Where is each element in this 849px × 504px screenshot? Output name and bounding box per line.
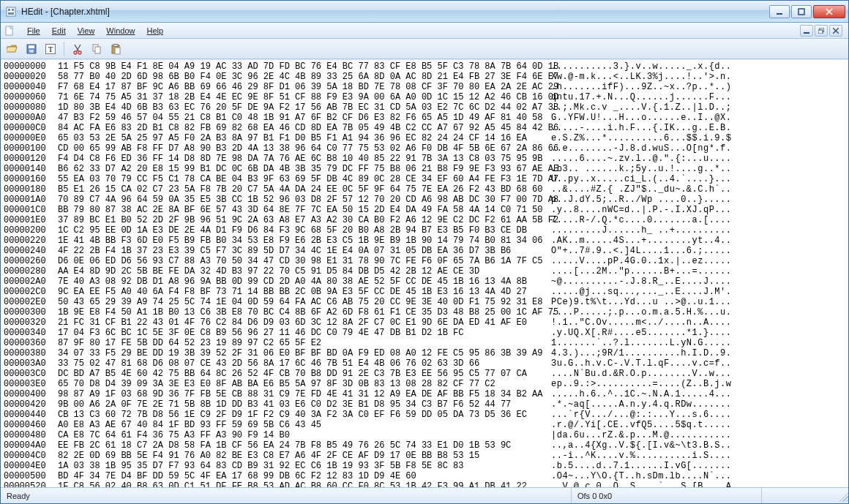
offset-cell: 000002E0 xyxy=(4,297,56,307)
hex-view[interactable]: 0000000011 F5 C8 9B E4 F1 8E 04 A9 19 AC… xyxy=(1,59,848,487)
cut-button[interactable] xyxy=(69,41,86,57)
ascii-cell: ....N`Bu.d.&R.O.p........V..w... xyxy=(545,369,731,379)
hex-bytes-cell: 50 43 65 29 39 A9 74 25 5C 74 1E 04 0D 5… xyxy=(56,297,545,307)
offset-cell: 00000180 xyxy=(4,184,56,195)
hex-bytes-cell: 98 87 A9 1F 03 68 9D 36 7F FB 5E CB 88 3… xyxy=(56,389,545,399)
offset-cell: 000004E0 xyxy=(4,461,56,471)
hex-bytes-cell: 1F C8 56 02 40 B8 63 0D C1 51 DF FE B8 5… xyxy=(56,481,545,487)
offset-cell: 00000000 xyxy=(4,61,56,72)
menu-help[interactable]: Help xyxy=(141,25,169,37)
app-icon xyxy=(5,6,17,18)
ascii-cell: ..-i..^K....v.%..........i.S.... xyxy=(545,451,731,461)
offset-cell: 00000320 xyxy=(4,317,56,328)
ascii-cell: ..;.Mk.c.v _....V.{.1.Z..|l.D..; xyxy=(545,102,731,113)
copy-button[interactable] xyxy=(88,41,105,57)
hex-bytes-cell: 17 04 F3 6C BC 1C 5E 3F 0E C8 B9 56 96 2… xyxy=(56,328,545,338)
text-mode-button[interactable]: T xyxy=(42,41,59,57)
hex-row: 000002001C C2 95 EE 0D 1A E3 DE 2E 4A D1… xyxy=(4,225,845,236)
hex-bytes-cell: 33 75 02 47 81 68 D6 08 07 CE 43 2D 56 8… xyxy=(56,358,545,369)
ascii-cell: U..py..x.....ci_L.(..4.`....}... xyxy=(545,174,731,184)
offset-cell: 000004C0 xyxy=(4,451,56,461)
menu-window[interactable]: Window xyxy=(100,25,141,37)
offset-cell: 000001C0 xyxy=(4,205,56,215)
offset-cell: 00000360 xyxy=(4,338,56,348)
ascii-cell: .*.~aq[.....A.n.y.4.q.RDw....... xyxy=(545,399,731,410)
hex-row: 0000034017 04 F3 6C BC 1C 5E 3F 0E C8 B9… xyxy=(4,328,845,338)
hex-bytes-cell: 47 B3 F2 59 46 57 04 55 21 C8 B1 C0 48 1… xyxy=(56,113,545,123)
menu-view[interactable]: View xyxy=(72,25,101,37)
hex-row: 000003C0DC BD A7 B5 4E 60 42 75 BB 64 8C… xyxy=(4,369,845,379)
hex-bytes-cell: B6 62 33 D7 A2 20 E8 15 99 B1 DC 0C 6B D… xyxy=(56,164,545,174)
hex-row: 000003A033 75 02 47 81 68 D6 08 07 CE 43… xyxy=(4,358,845,369)
open-button[interactable] xyxy=(4,41,21,57)
svg-rect-21 xyxy=(115,48,120,54)
hex-row: 000004209B 00 A6 2A 0F 7E 2E 71 5B 8B 1D… xyxy=(4,399,845,410)
hex-row: 000004A0EE FB 2C 61 18 C7 2A D8 58 FA 1B… xyxy=(4,440,845,451)
hex-bytes-cell: 9B 00 A6 2A 0F 7E 2E 71 5B 8B 1D DD B3 4… xyxy=(56,399,545,410)
hex-row: 00000140B6 62 33 D7 A2 20 E8 15 99 B1 DC… xyxy=(4,164,845,174)
status-offset: Ofs 0 0x0 xyxy=(572,488,762,503)
svg-rect-0 xyxy=(7,7,15,16)
hex-bytes-cell: 55 EA 03 70 79 CC F5 C1 78 CA BE 04 B3 9… xyxy=(56,174,545,184)
offset-cell: 000001A0 xyxy=(4,195,56,205)
hex-row: 000003E065 70 D8 D4 39 09 3A 3E E3 E0 8F… xyxy=(4,379,845,389)
hex-bytes-cell: AA E4 8D 9D 2C 5B BE FE DA 32 4D B3 97 2… xyxy=(56,266,545,277)
hex-bytes-cell: BD 4F 34 7E D4 BF DD 59 5C 4F EA 17 68 9… xyxy=(56,471,545,481)
svg-rect-11 xyxy=(29,45,34,48)
offset-cell: 00000080 xyxy=(4,102,56,113)
hex-bytes-cell: 87 9F 80 17 FE 5B DD 64 52 23 19 89 97 C… xyxy=(56,338,545,348)
hex-row: 0000038034 07 33 F5 29 BE DD 19 3B 39 52… xyxy=(4,348,845,358)
close-button[interactable] xyxy=(813,5,845,18)
ascii-cell: 7....R-/.Q.*c....0.......a.[.... xyxy=(545,215,731,225)
ascii-cell: .....h.6..^..1C.~.N.A.1.....4... xyxy=(545,389,731,399)
hex-bytes-cell: 1D 80 3B E4 4D 6B B3 63 EC 76 20 5F DE 9… xyxy=(56,102,545,113)
hex-bytes-cell: 37 89 BC E1 B0 52 2D 2F 9B 96 51 9C 2A 6… xyxy=(56,215,545,225)
offset-cell: 00000440 xyxy=(4,410,56,420)
status-ready: Ready xyxy=(1,488,572,503)
hex-bytes-cell: F7 68 E4 17 87 BF 9C A6 BB 69 66 46 29 8… xyxy=(56,82,545,92)
menu-file[interactable]: File xyxy=(21,25,46,37)
hex-row: 000004E01A 03 38 1B 95 35 D7 F7 93 64 83… xyxy=(4,461,845,471)
mdi-minimize-button[interactable] xyxy=(800,25,813,37)
hex-row: 000003001B 9E E8 F4 50 A1 1B B0 13 C6 3B… xyxy=(4,307,845,317)
hex-row: 00000500BD 4F 34 7E D4 BF DD 59 5C 4F EA… xyxy=(4,471,845,481)
ascii-cell: ep..9.:>..........=....(Z..B.j.w xyxy=(545,379,731,389)
hex-row: 0000036087 9F 80 17 FE 5B DD 64 52 23 19… xyxy=(4,338,845,348)
minimize-button[interactable] xyxy=(769,5,790,18)
hex-row: 000004C082 2E 0D 69 BB 5E F4 91 76 A0 82… xyxy=(4,451,845,461)
svg-point-16 xyxy=(78,51,81,54)
ascii-cell: 1.......`..?.l.......L.yN.G..... xyxy=(545,338,731,348)
mdi-restore-button[interactable] xyxy=(815,25,828,37)
hex-bytes-cell: F4 D4 C8 F6 ED 36 FF 14 D8 8D 7E 98 DA 7… xyxy=(56,154,545,164)
save-icon xyxy=(26,43,37,55)
ascii-cell: ..e........-J.8.d.wuS...O[ng*.f. xyxy=(545,143,731,154)
hex-row: 000000E065 03 53 2E 5A 25 97 A5 F0 2A B3… xyxy=(4,133,845,143)
resize-grip-icon[interactable] xyxy=(837,490,848,502)
offset-cell: 00000120 xyxy=(4,154,56,164)
hex-row: 000002201E 41 4B BB F3 6D E0 F5 B9 FB B0… xyxy=(4,236,845,246)
save-button[interactable] xyxy=(23,41,40,57)
hex-row: 000001C0BB 79 80 87 38 AC 2E 8A BF 6E 57… xyxy=(4,205,845,215)
hex-row: 00000180B5 E1 26 15 CA 02 C7 23 5A F8 7B… xyxy=(4,184,845,195)
paste-button[interactable] xyxy=(107,41,124,57)
menu-edit[interactable]: Edit xyxy=(46,25,72,37)
svg-text:T: T xyxy=(48,45,53,53)
offset-cell: 00000380 xyxy=(4,348,56,358)
offset-cell: 00000020 xyxy=(4,72,56,82)
offset-cell: 000001E0 xyxy=(4,215,56,225)
hex-bytes-cell: 1E 41 4B BB F3 6D E0 F5 B9 FB B0 34 53 E… xyxy=(56,236,545,246)
svg-rect-5 xyxy=(798,9,804,15)
maximize-button[interactable] xyxy=(791,5,812,18)
ascii-cell: .h.......ifF)...9Z..~x..?p..*..) xyxy=(545,82,731,92)
hex-bytes-cell: 7E 40 A3 08 92 DB D1 A8 96 9A BB 0D 99 C… xyxy=(56,277,545,287)
ascii-cell: .....-....i.h.F...{.IK...g..E.B. xyxy=(545,123,731,133)
statusbar: Ready Ofs 0 0x0 xyxy=(1,487,848,503)
offset-cell: 000000A0 xyxy=(4,113,56,123)
ascii-cell: ..&....#Z.{ .ZJ"$.._du~.&.C.h`.. xyxy=(545,184,731,195)
ascii-cell: G..YFW.U!...H...o......e..I..@X. xyxy=(545,113,731,123)
mdi-close-button[interactable] xyxy=(829,25,842,37)
offset-cell: 00000420 xyxy=(4,399,56,410)
offset-cell: 00000160 xyxy=(4,174,56,184)
ascii-cell: .....6....~.zv.l..@.".{:...u.... xyxy=(545,154,731,164)
hex-bytes-cell: B5 E1 26 15 CA 02 C7 23 5A F8 7B 20 C7 5… xyxy=(56,184,545,195)
